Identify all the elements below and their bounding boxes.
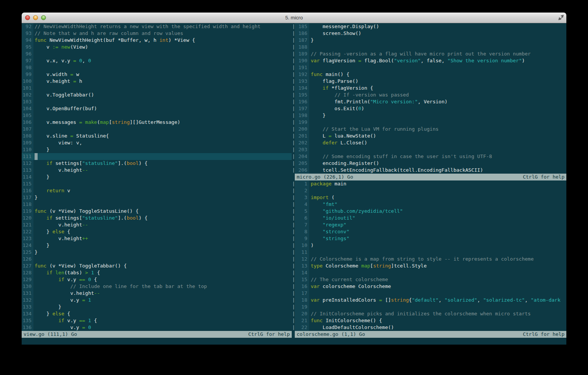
code-line[interactable]: |1package main: [292, 180, 566, 187]
code-line[interactable]: |202 defer L.Close(): [292, 139, 566, 146]
code-line[interactable]: |198 }: [292, 112, 566, 119]
code-line[interactable]: 131 v.height--: [22, 290, 292, 297]
code-line[interactable]: |15// The current colorscheme: [292, 276, 566, 283]
code-line[interactable]: |13type Colorscheme map[string]tcell.Sty…: [292, 263, 566, 269]
code-line[interactable]: |188: [292, 44, 566, 51]
code-line[interactable]: 122 } else {: [22, 228, 292, 235]
code-line[interactable]: 100 v.height = h: [22, 78, 292, 85]
code-line[interactable]: |190var flagVersion = flag.Bool("version…: [292, 57, 566, 64]
editor-pane-view-go[interactable]: 92// NewViewWidthHeight returns a new vi…: [22, 23, 292, 331]
code-line[interactable]: 95 v := new(View): [22, 44, 292, 51]
code-line[interactable]: |204 // Some encoding stuff in case the …: [292, 153, 566, 160]
code-line[interactable]: |192func main() {: [292, 71, 566, 78]
code-line[interactable]: |200 // Start the Lua VM for running plu…: [292, 126, 566, 133]
code-line[interactable]: 107: [22, 126, 292, 133]
zoom-button[interactable]: [41, 15, 46, 20]
line-number: 199: [295, 119, 309, 126]
code-line[interactable]: 96: [22, 51, 292, 57]
code-line[interactable]: 124 }: [22, 242, 292, 249]
code-line[interactable]: |189// Passing -version as a flag will h…: [292, 51, 566, 57]
code-line[interactable]: 130 // Include one line for the tab bar …: [22, 283, 292, 290]
code-line[interactable]: 133 }: [22, 304, 292, 310]
minimize-button[interactable]: [33, 15, 38, 20]
code-line[interactable]: 93// Note that w and h are raw column an…: [22, 30, 292, 37]
code-line[interactable]: 115: [22, 180, 292, 187]
code-line[interactable]: |5 "github.com/zyedidia/tcell": [292, 208, 566, 215]
code-line[interactable]: 108 v.sline = Statusline{: [22, 133, 292, 139]
code-line[interactable]: |12// Colorscheme is a map from string t…: [292, 256, 566, 263]
code-line[interactable]: 123 v.height++: [22, 235, 292, 242]
code-line[interactable]: 117}: [22, 194, 292, 201]
code-line[interactable]: 103: [22, 98, 292, 105]
code-line[interactable]: 127func (v *View) ToggleTabbar() {: [22, 263, 292, 269]
code-line[interactable]: |18var preInstalledColors = []string{"de…: [292, 297, 566, 304]
code-line[interactable]: |197 os.Exit(0): [292, 105, 566, 112]
code-line[interactable]: |191: [292, 64, 566, 71]
code-line[interactable]: 135 if v.y == 1 {: [22, 317, 292, 324]
code-line[interactable]: 113 v.height--: [22, 167, 292, 174]
code-line[interactable]: 134 } else {: [22, 310, 292, 317]
code-line[interactable]: 98: [22, 64, 292, 71]
code-line[interactable]: 102 v.ToggleTabbar(): [22, 92, 292, 98]
code-line[interactable]: |205 encoding.Register(): [292, 160, 566, 167]
code-line[interactable]: |11: [292, 249, 566, 256]
code-line[interactable]: |9 "strings": [292, 235, 566, 242]
code-line[interactable]: |206 tcell.SetEncodingFallback(tcell.Enc…: [292, 167, 566, 174]
code-line[interactable]: 136 v.y = 0: [22, 324, 292, 331]
code-line[interactable]: |186 screen.Show(): [292, 30, 566, 37]
code-line[interactable]: 109 view: v,: [22, 139, 292, 146]
code-line[interactable]: |187}: [292, 37, 566, 44]
code-line[interactable]: 111: [22, 153, 292, 160]
code-line[interactable]: |8 "strconv": [292, 228, 566, 235]
code-line[interactable]: |6 "io/ioutil": [292, 215, 566, 222]
code-line[interactable]: 94func NewViewWidthHeight(buf *Buffer, w…: [22, 37, 292, 44]
code-line[interactable]: 92// NewViewWidthHeight returns a new vi…: [22, 23, 292, 30]
window-titlebar[interactable]: 5. micro: [22, 13, 566, 23]
code-line[interactable]: |19: [292, 304, 566, 310]
code-line[interactable]: |203: [292, 146, 566, 153]
code-line[interactable]: 120 if settings["statusline"].(bool) {: [22, 215, 292, 222]
code-line[interactable]: |10): [292, 242, 566, 249]
code-line[interactable]: 99 v.width = w: [22, 71, 292, 78]
code-line[interactable]: |14: [292, 269, 566, 276]
code-line[interactable]: |4 "fmt": [292, 201, 566, 208]
code-line[interactable]: |193 flag.Parse(): [292, 78, 566, 85]
code-line[interactable]: 101: [22, 85, 292, 92]
code-line[interactable]: |196 fmt.Println("Micro version:", Versi…: [292, 98, 566, 105]
code-line[interactable]: |201 L = lua.NewState(): [292, 133, 566, 139]
resize-arrows-icon[interactable]: [558, 15, 564, 21]
editor-pane-micro-go[interactable]: |185 messenger.Display()|186 screen.Show…: [292, 23, 566, 174]
code-line[interactable]: |17: [292, 290, 566, 297]
code-line[interactable]: |2: [292, 187, 566, 194]
code-line[interactable]: 110 }: [22, 146, 292, 153]
code-line[interactable]: |195 // If -version was passed: [292, 92, 566, 98]
code-line[interactable]: 125}: [22, 249, 292, 256]
code-line[interactable]: |22 LoadDefaultColorscheme(): [292, 324, 566, 331]
code-line[interactable]: |20// InitColorscheme picks and initiali…: [292, 310, 566, 317]
code-line[interactable]: |194 if *flagVersion {: [292, 85, 566, 92]
code-line[interactable]: |199: [292, 119, 566, 126]
code-line[interactable]: |7 "regexp": [292, 222, 566, 228]
code-line[interactable]: 104 v.OpenBuffer(buf): [22, 105, 292, 112]
code-line[interactable]: 119func (v *View) ToggleStatusLine() {: [22, 208, 292, 215]
code-line[interactable]: 105: [22, 112, 292, 119]
code-line[interactable]: |3import (: [292, 194, 566, 201]
code-line[interactable]: 116 return v: [22, 187, 292, 194]
code-line[interactable]: 106 v.messages = make(map[string][]Gutte…: [22, 119, 292, 126]
code-line[interactable]: |185 messenger.Display(): [292, 23, 566, 30]
code-line[interactable]: 132 v.y = 1: [22, 297, 292, 304]
code-line[interactable]: 112 if settings["statusline"].(bool) {: [22, 160, 292, 167]
code-line[interactable]: |16var colorscheme Colorscheme: [292, 283, 566, 290]
editor-pane-colorscheme-go[interactable]: |1package main|2|3import (|4 "fmt"|5 "gi…: [292, 180, 566, 331]
code-line[interactable]: 121 v.height--: [22, 222, 292, 228]
code-line[interactable]: 126: [22, 256, 292, 263]
code-line[interactable]: 129 if v.y == 0 {: [22, 276, 292, 283]
command-bar[interactable]: [22, 338, 566, 345]
code-line[interactable]: 128 if len(tabs) > 1 {: [22, 269, 292, 276]
code-line[interactable]: 114 }: [22, 174, 292, 180]
code-line[interactable]: |21func InitColorscheme() {: [292, 317, 566, 324]
code-line[interactable]: 97 v.x, v.y = 0, 0: [22, 57, 292, 64]
code-line[interactable]: 118: [22, 201, 292, 208]
line-number: 108: [22, 133, 33, 139]
close-button[interactable]: [25, 15, 30, 20]
